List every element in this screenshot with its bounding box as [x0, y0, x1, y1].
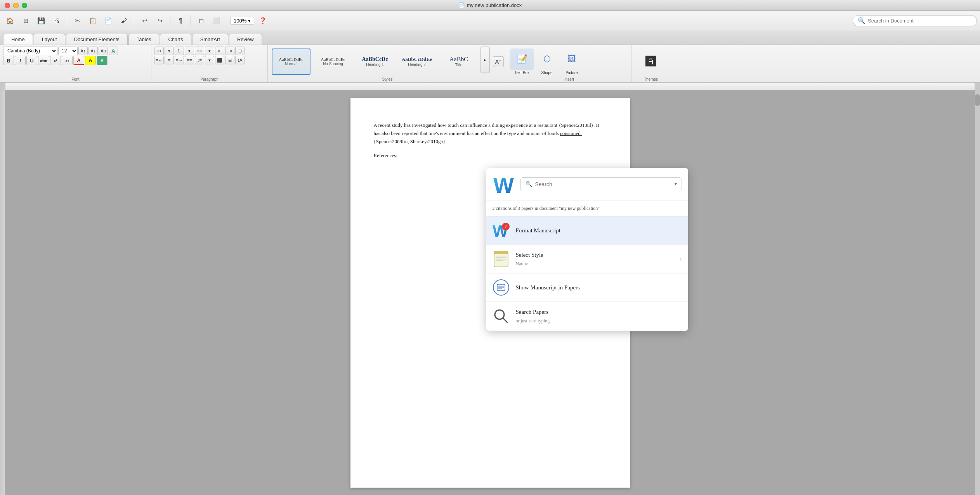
style-title-label: Title	[455, 63, 463, 67]
popup-search-box[interactable]: 🔍 ▾	[520, 177, 682, 191]
indent-button[interactable]: ⇥	[225, 47, 234, 55]
themes-button[interactable]: 🅰	[637, 48, 665, 75]
popup-item-select-style[interactable]: Select Style Nature ›	[486, 245, 688, 273]
style-heading1[interactable]: AaBbCcDc Heading 1	[356, 48, 394, 75]
print-button[interactable]: 🖨	[50, 14, 64, 28]
vertical-scrollbar[interactable]	[975, 90, 980, 495]
line-spacing[interactable]: ↕≡	[195, 56, 204, 64]
popup-item-format-manuscript[interactable]: W ✓ Format Manuscript	[486, 216, 688, 245]
strikethrough-button[interactable]: abc	[38, 56, 49, 65]
superscript-button[interactable]: x²	[50, 56, 61, 65]
para-row-2: ≡← ≡ ≡→ ≡≡ ↕≡ ▾ ⬛ ⊞ ↕A	[154, 56, 264, 64]
toolbar-search[interactable]: 🔍	[853, 15, 977, 26]
undo-button[interactable]: ↩	[137, 14, 151, 28]
font-grow-button[interactable]: A↑	[78, 47, 88, 55]
popup-container: W 🔍 ▾ 2 citations of 3 papers in documen…	[486, 168, 688, 331]
font-shrink-button[interactable]: A↓	[88, 47, 98, 55]
font-size-select[interactable]: 12	[58, 47, 78, 55]
style-normal[interactable]: AaBbCcDdEe Normal	[272, 48, 310, 75]
help-button[interactable]: ❓	[256, 14, 270, 28]
picture-button[interactable]: 🖼	[560, 48, 583, 70]
layout-view[interactable]: ◻	[194, 14, 208, 28]
bold-button[interactable]: B	[3, 56, 14, 65]
select-style-icon	[493, 251, 510, 268]
svg-rect-7	[494, 251, 508, 254]
line-spacing-dropdown[interactable]: ▾	[205, 56, 214, 64]
tab-home[interactable]: Home	[3, 34, 33, 45]
redo-button[interactable]: ↪	[153, 14, 167, 28]
format-manuscript-title: Format Manuscript	[516, 226, 682, 235]
tab-layout[interactable]: Layout	[34, 34, 65, 45]
multilevel-dropdown[interactable]: ▾	[205, 47, 214, 55]
font-color-button[interactable]: A	[73, 56, 84, 65]
search-icon: 🔍	[858, 17, 866, 24]
highlight-button[interactable]: A	[85, 56, 96, 65]
outline-view[interactable]: ⬜	[210, 14, 224, 28]
sep4	[191, 16, 191, 26]
font-clear-button[interactable]: A	[109, 47, 118, 55]
zoom-value: 100%	[234, 18, 246, 24]
subscript-button[interactable]: x₂	[62, 56, 73, 65]
font-color-picker[interactable]: A	[97, 56, 108, 65]
align-right[interactable]: ≡→	[175, 56, 184, 64]
popup-dropdown-arrow[interactable]: ▾	[675, 180, 677, 188]
copy-button[interactable]: 📋	[86, 14, 100, 28]
tab-tables[interactable]: Tables	[128, 34, 160, 45]
tab-smartart[interactable]: SmartArt	[192, 34, 228, 45]
sort-button[interactable]: ↕A	[235, 56, 245, 64]
borders-button[interactable]: ⊞	[225, 56, 234, 64]
zoom-control[interactable]: 100% ▾	[230, 17, 254, 25]
insert-picture-group[interactable]: 🖼 Picture	[560, 48, 583, 75]
font-case-button[interactable]: Aa	[99, 47, 108, 55]
show-manuscript-icon	[493, 279, 510, 296]
textbox-button[interactable]: 📝	[510, 48, 534, 70]
tab-document-elements[interactable]: Document Elements	[66, 34, 128, 45]
style-color-text[interactable]: A⁼	[493, 56, 504, 67]
paste-button[interactable]: 📄	[101, 14, 115, 28]
numbering-button[interactable]: 1.	[175, 47, 184, 55]
search-input[interactable]	[868, 18, 972, 24]
bullets-dropdown[interactable]: ▾	[165, 47, 174, 55]
grid-button[interactable]: ⊞	[19, 14, 33, 28]
search-papers-subtitle: or just start typing	[516, 317, 682, 325]
home-button[interactable]: 🏠	[3, 14, 17, 28]
close-button[interactable]	[5, 3, 10, 8]
scrollbar-thumb[interactable]	[975, 94, 980, 106]
insert-textbox-group[interactable]: 📝 Text Box	[510, 48, 534, 75]
window-controls[interactable]	[5, 3, 27, 8]
styles-more-button[interactable]: ▸	[480, 47, 490, 73]
numbering-dropdown[interactable]: ▾	[185, 47, 194, 55]
align-center[interactable]: ≡	[165, 56, 174, 64]
align-justify[interactable]: ≡≡	[185, 56, 194, 64]
column-button[interactable]: ⊟	[235, 47, 245, 55]
maximize-button[interactable]	[22, 3, 27, 8]
align-left[interactable]: ≡←	[154, 56, 164, 64]
italic-button[interactable]: I	[15, 56, 26, 65]
show-marks[interactable]: ¶	[173, 14, 187, 28]
cut-button[interactable]: ✂	[70, 14, 84, 28]
style-title[interactable]: AaBbC Title	[439, 48, 478, 75]
style-heading2[interactable]: AaBbCcDdEe Heading 2	[397, 48, 436, 75]
style-no-spacing[interactable]: AaBbCcDdEe No Spacing	[314, 48, 352, 75]
format-painter[interactable]: 🖌	[117, 14, 131, 28]
minimize-button[interactable]	[13, 3, 19, 8]
tab-review[interactable]: Review	[229, 34, 262, 45]
multilevel-button[interactable]: ≡≡	[195, 47, 204, 55]
bullets-button[interactable]: ≡•	[154, 47, 164, 55]
font-family-select[interactable]: Cambria (Body)	[3, 47, 57, 55]
title-bar: 📄 my new publication.docx	[0, 0, 980, 11]
outdent-button[interactable]: ⇤	[215, 47, 224, 55]
insert-shape-group[interactable]: ⬡ Shape	[535, 48, 559, 75]
style-no-spacing-label: No Spacing	[323, 62, 343, 66]
popup-item-show-manuscript[interactable]: Show Manuscript in Papers	[486, 273, 688, 302]
shape-button[interactable]: ⬡	[535, 48, 559, 70]
underline-button[interactable]: U	[26, 56, 37, 65]
popup-search-input[interactable]	[535, 181, 671, 187]
document[interactable]: A recent study has investigated how touc…	[350, 98, 630, 488]
shading-button[interactable]: ⬛	[215, 56, 224, 64]
popup-search-icon: 🔍	[526, 180, 532, 189]
tab-charts[interactable]: Charts	[160, 34, 191, 45]
popup-item-search-papers[interactable]: Search Papers or just start typing	[486, 302, 688, 331]
save-button[interactable]: 💾	[34, 14, 48, 28]
tab-bar: Home Layout Document Elements Tables Cha…	[0, 31, 980, 45]
